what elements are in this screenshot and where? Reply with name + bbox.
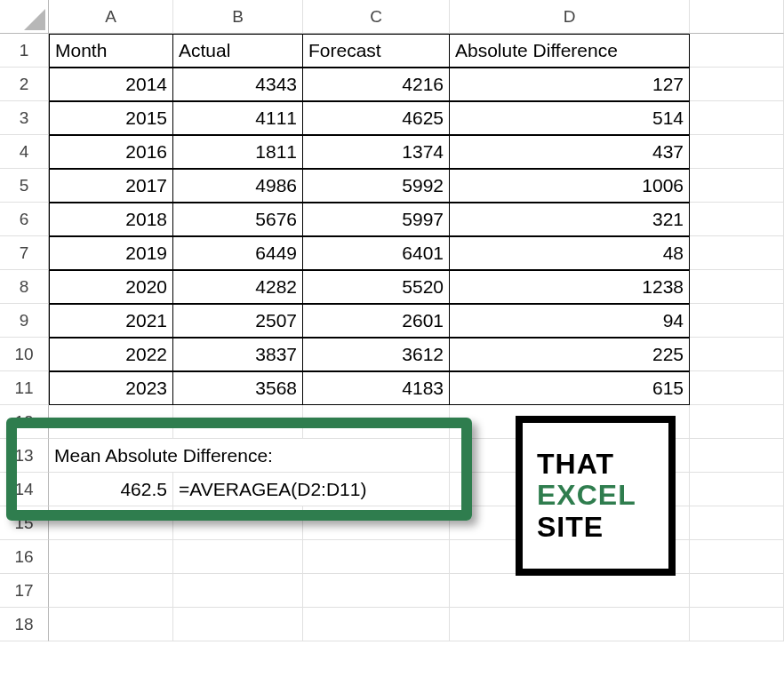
cell-C17[interactable] xyxy=(303,574,450,608)
cell-C3[interactable]: 4625 xyxy=(303,101,450,135)
cell-A11[interactable]: 2023 xyxy=(49,371,173,405)
cell-A7[interactable]: 2019 xyxy=(49,236,173,270)
cell-E1[interactable] xyxy=(690,34,784,68)
cell-A2[interactable]: 2014 xyxy=(49,68,173,101)
cell-A18[interactable] xyxy=(49,608,173,641)
cell-A3[interactable]: 2015 xyxy=(49,101,173,135)
row-header-9[interactable]: 9 xyxy=(0,304,49,338)
cell-E9[interactable] xyxy=(690,304,784,338)
cell-B10[interactable]: 3837 xyxy=(173,338,303,371)
cell-D2[interactable]: 127 xyxy=(450,68,690,101)
col-header-C[interactable]: C xyxy=(303,0,450,34)
cell-D1[interactable]: Absolute Difference xyxy=(450,34,690,68)
cell-A8[interactable]: 2020 xyxy=(49,270,173,304)
cell-C8[interactable]: 5520 xyxy=(303,270,450,304)
cell-E16[interactable] xyxy=(690,540,784,574)
cell-E18[interactable] xyxy=(690,608,784,641)
cell-A17[interactable] xyxy=(49,574,173,608)
cell-D10[interactable]: 225 xyxy=(450,338,690,371)
row-header-17[interactable]: 17 xyxy=(0,574,49,608)
cell-B11[interactable]: 3568 xyxy=(173,371,303,405)
row-header-4[interactable]: 4 xyxy=(0,135,49,169)
cell-C10[interactable]: 3612 xyxy=(303,338,450,371)
row-header-13[interactable]: 13 xyxy=(0,439,49,473)
select-all-corner[interactable] xyxy=(0,0,49,34)
cell-B6[interactable]: 5676 xyxy=(173,203,303,236)
cell-D8[interactable]: 1238 xyxy=(450,270,690,304)
cell-E12[interactable] xyxy=(690,405,784,439)
cell-D9[interactable]: 94 xyxy=(450,304,690,338)
cell-D17[interactable] xyxy=(450,574,690,608)
cell-E14[interactable] xyxy=(690,473,784,506)
cell-B17[interactable] xyxy=(173,574,303,608)
cell-E6[interactable] xyxy=(690,203,784,236)
cell-C12[interactable] xyxy=(303,405,450,439)
col-header-B[interactable]: B xyxy=(173,0,303,34)
row-header-14[interactable]: 14 xyxy=(0,473,49,506)
cell-E10[interactable] xyxy=(690,338,784,371)
cell-B16[interactable] xyxy=(173,540,303,574)
cell-D5[interactable]: 1006 xyxy=(450,169,690,203)
cell-D6[interactable]: 321 xyxy=(450,203,690,236)
cell-B1[interactable]: Actual xyxy=(173,34,303,68)
cell-A12[interactable] xyxy=(49,405,173,439)
cell-A9[interactable]: 2021 xyxy=(49,304,173,338)
row-header-18[interactable]: 18 xyxy=(0,608,49,641)
row-header-15[interactable]: 15 xyxy=(0,506,49,540)
cell-D4[interactable]: 437 xyxy=(450,135,690,169)
row-header-6[interactable]: 6 xyxy=(0,203,49,236)
cell-E4[interactable] xyxy=(690,135,784,169)
cell-B14[interactable]: =AVERAGEA(D2:D11) xyxy=(173,473,450,506)
cell-C2[interactable]: 4216 xyxy=(303,68,450,101)
cell-D3[interactable]: 514 xyxy=(450,101,690,135)
cell-C11[interactable]: 4183 xyxy=(303,371,450,405)
cell-B15[interactable] xyxy=(173,506,303,540)
cell-A13[interactable]: Mean Absolute Difference: xyxy=(49,439,450,473)
cell-B4[interactable]: 1811 xyxy=(173,135,303,169)
cell-E15[interactable] xyxy=(690,506,784,540)
row-header-2[interactable]: 2 xyxy=(0,68,49,101)
row-header-1[interactable]: 1 xyxy=(0,34,49,68)
cell-B9[interactable]: 2507 xyxy=(173,304,303,338)
col-header-extra[interactable] xyxy=(690,0,784,34)
row-header-5[interactable]: 5 xyxy=(0,169,49,203)
cell-B7[interactable]: 6449 xyxy=(173,236,303,270)
cell-A4[interactable]: 2016 xyxy=(49,135,173,169)
cell-C4[interactable]: 1374 xyxy=(303,135,450,169)
cell-C9[interactable]: 2601 xyxy=(303,304,450,338)
cell-C5[interactable]: 5992 xyxy=(303,169,450,203)
cell-A14[interactable]: 462.5 xyxy=(49,473,173,506)
cell-A10[interactable]: 2022 xyxy=(49,338,173,371)
row-header-10[interactable]: 10 xyxy=(0,338,49,371)
row-header-11[interactable]: 11 xyxy=(0,371,49,405)
cell-E7[interactable] xyxy=(690,236,784,270)
cell-E13[interactable] xyxy=(690,439,784,473)
cell-C16[interactable] xyxy=(303,540,450,574)
cell-E8[interactable] xyxy=(690,270,784,304)
cell-E5[interactable] xyxy=(690,169,784,203)
row-header-12[interactable]: 12 xyxy=(0,405,49,439)
cell-E3[interactable] xyxy=(690,101,784,135)
cell-C15[interactable] xyxy=(303,506,450,540)
cell-C1[interactable]: Forecast xyxy=(303,34,450,68)
cell-C7[interactable]: 6401 xyxy=(303,236,450,270)
cell-E11[interactable] xyxy=(690,371,784,405)
row-header-8[interactable]: 8 xyxy=(0,270,49,304)
cell-C18[interactable] xyxy=(303,608,450,641)
cell-A1[interactable]: Month xyxy=(49,34,173,68)
cell-A16[interactable] xyxy=(49,540,173,574)
cell-B5[interactable]: 4986 xyxy=(173,169,303,203)
cell-B12[interactable] xyxy=(173,405,303,439)
cell-C6[interactable]: 5997 xyxy=(303,203,450,236)
cell-D18[interactable] xyxy=(450,608,690,641)
cell-A15[interactable] xyxy=(49,506,173,540)
cell-B18[interactable] xyxy=(173,608,303,641)
cell-D11[interactable]: 615 xyxy=(450,371,690,405)
cell-D7[interactable]: 48 xyxy=(450,236,690,270)
cell-E2[interactable] xyxy=(690,68,784,101)
cell-E17[interactable] xyxy=(690,574,784,608)
row-header-7[interactable]: 7 xyxy=(0,236,49,270)
row-header-16[interactable]: 16 xyxy=(0,540,49,574)
cell-A5[interactable]: 2017 xyxy=(49,169,173,203)
row-header-3[interactable]: 3 xyxy=(0,101,49,135)
